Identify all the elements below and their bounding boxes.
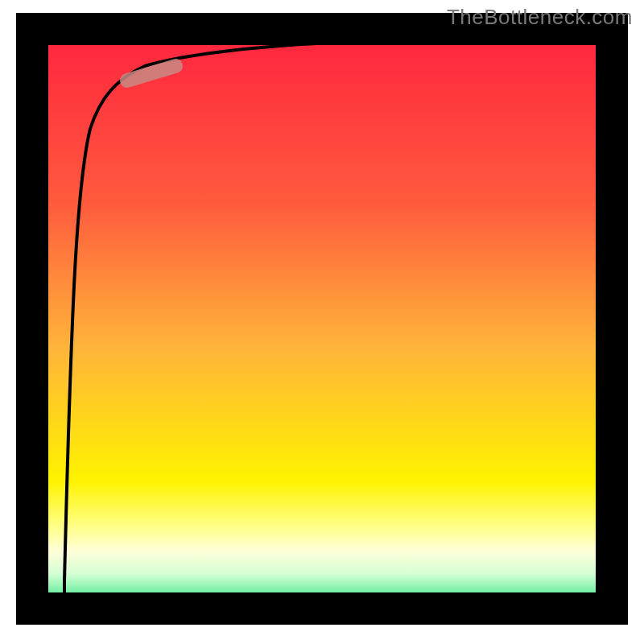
gradient-background [32, 29, 612, 609]
plot-area [32, 29, 612, 609]
watermark-text: TheBottleneck.com [447, 5, 633, 30]
chart-container: TheBottleneck.com [0, 0, 644, 644]
chart-svg [0, 0, 644, 644]
